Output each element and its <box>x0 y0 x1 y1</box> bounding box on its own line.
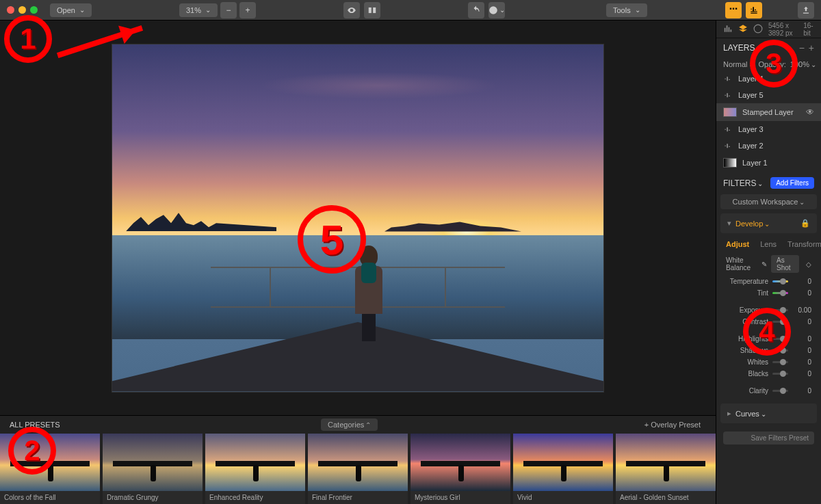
add-filters-button[interactable]: Add Filters <box>770 177 814 189</box>
edit-panel-icon[interactable] <box>746 2 762 18</box>
preset-item[interactable]: Dramatic Grungy <box>103 434 203 504</box>
tools-dropdown[interactable]: Tools <box>606 3 647 17</box>
slider-tint[interactable]: Tint0 <box>716 287 821 299</box>
preview-eye-icon[interactable] <box>343 2 360 18</box>
fullscreen-window-icon[interactable] <box>30 6 38 14</box>
slider-contrast[interactable]: Contrast0 <box>716 316 821 328</box>
layer-item[interactable]: Layer 4 <box>716 70 821 87</box>
overlay-preset-button[interactable]: + Overlay Preset <box>639 419 706 431</box>
white-balance-select[interactable]: As Shot <box>771 255 799 273</box>
slider-track[interactable] <box>772 390 788 392</box>
preset-label: Mysterious Girl <box>410 491 510 504</box>
layer-name: Layer 2 <box>738 142 764 150</box>
blend-mode-select[interactable]: Normal <box>723 60 754 68</box>
filters-header[interactable]: FILTERS Add Filters <box>716 172 821 194</box>
layer-name: Layer 1 <box>742 159 768 167</box>
compare-icon[interactable] <box>364 2 380 18</box>
share-icon[interactable] <box>798 2 814 18</box>
workspace-select[interactable]: Custom Workspace <box>720 194 817 209</box>
presets-panel-icon[interactable] <box>725 2 742 18</box>
layer-item[interactable]: Layer 2 <box>716 137 821 154</box>
slider-whites[interactable]: Whites0 <box>716 356 821 368</box>
adjustment-layer-icon <box>723 92 733 98</box>
visibility-eye-icon[interactable]: 👁 <box>806 107 814 117</box>
add-layer-icon[interactable]: + <box>809 42 814 53</box>
layer-thumbnail-icon <box>723 158 737 168</box>
preset-item[interactable]: Final Frontier <box>308 434 408 504</box>
curves-section[interactable]: ▸ Curves <box>720 403 817 423</box>
slider-track[interactable] <box>772 373 788 375</box>
slider-label: Highlights <box>726 335 768 343</box>
svg-rect-0 <box>369 7 372 12</box>
slider-clarity[interactable]: Clarity0 <box>716 385 821 397</box>
minimize-window-icon[interactable] <box>18 6 26 14</box>
slider-track[interactable] <box>772 321 788 323</box>
categories-dropdown[interactable]: Categories <box>321 419 378 431</box>
slider-value: 0 <box>792 289 811 297</box>
layer-thumbnail-icon <box>723 107 737 117</box>
slider-highlights[interactable]: Highlights0 <box>716 333 821 345</box>
image-dimensions: 5456 x 3892 px <box>768 22 798 37</box>
slider-track[interactable] <box>772 349 788 352</box>
undo-icon[interactable] <box>468 2 484 18</box>
slider-exposure[interactable]: Exposure0.00 <box>716 304 821 316</box>
preset-item[interactable]: Colors of the Fall <box>0 434 100 504</box>
slider-label: Temperature <box>726 278 768 285</box>
main-toolbar: Open 31% − + Tools <box>0 0 821 21</box>
svg-rect-2 <box>730 8 731 9</box>
preset-item[interactable]: Mysterious Girl <box>410 434 510 504</box>
zoom-in-button[interactable]: + <box>239 2 256 18</box>
history-icon[interactable] <box>488 2 505 18</box>
canvas-viewport[interactable] <box>0 21 716 415</box>
slider-value: 0 <box>792 387 811 395</box>
close-window-icon[interactable] <box>7 6 14 14</box>
layer-item[interactable]: Layer 3 <box>716 121 821 137</box>
layer-item[interactable]: Layer 1 <box>716 154 821 172</box>
eyedropper-icon[interactable]: ✎ <box>761 261 767 268</box>
preset-item[interactable]: Enhanced Reality <box>205 434 305 504</box>
layer-item[interactable]: Layer 5 <box>716 87 821 103</box>
slider-label: Contrast <box>726 318 768 326</box>
develop-tab[interactable]: Lens <box>760 240 777 248</box>
slider-value: 0 <box>792 370 811 377</box>
opacity-label: Opacity: <box>758 60 785 68</box>
white-balance-label: White Balance <box>726 256 757 271</box>
preset-item[interactable]: Vivid <box>513 434 613 504</box>
develop-tab[interactable]: Transform <box>787 240 821 248</box>
slider-shadows[interactable]: Shadows0 <box>716 345 821 356</box>
slider-track[interactable] <box>772 292 788 294</box>
preset-item[interactable]: Aerial - Golden Sunset <box>616 434 716 504</box>
slider-track[interactable] <box>772 309 788 311</box>
lock-icon[interactable]: 🔒 <box>800 219 810 228</box>
slider-value: 0 <box>792 318 811 326</box>
zoom-out-button[interactable]: − <box>220 2 237 18</box>
slider-track[interactable] <box>772 338 788 340</box>
preset-label: Enhanced Reality <box>205 491 305 504</box>
info-icon[interactable] <box>753 24 763 35</box>
layers-header[interactable]: LAYERS − + <box>716 38 821 57</box>
image-canvas[interactable] <box>112 44 604 393</box>
zoom-level[interactable]: 31% <box>179 3 218 17</box>
slider-blacks[interactable]: Blacks0 <box>716 368 821 380</box>
slider-temperature[interactable]: Temperature0 <box>716 276 821 287</box>
save-filters-preset-button[interactable]: Save Filters Preset <box>723 432 814 445</box>
histogram-icon[interactable] <box>723 24 733 35</box>
slider-label: Clarity <box>726 387 768 395</box>
layer-item[interactable]: Stamped Layer👁 <box>716 103 821 121</box>
adjustment-layer-icon <box>723 142 733 149</box>
open-button[interactable]: Open <box>50 3 92 17</box>
slider-track[interactable] <box>772 361 788 363</box>
slider-value: 0 <box>792 278 811 285</box>
layers-collapse-icon[interactable]: − <box>799 42 805 53</box>
window-traffic-lights[interactable] <box>7 6 38 14</box>
preset-label: Vivid <box>513 491 613 504</box>
presets-title: ALL PRESETS <box>10 421 60 429</box>
develop-tab[interactable]: Adjust <box>726 240 749 248</box>
opacity-value[interactable]: 100% <box>790 60 816 68</box>
layers-tab-icon[interactable] <box>738 24 748 35</box>
develop-section[interactable]: ▾ Develop 🔒 <box>720 213 817 233</box>
slider-track[interactable] <box>772 280 788 282</box>
slider-value: 0 <box>792 358 811 366</box>
bit-depth: 16-bit <box>803 22 814 37</box>
layer-name: Layer 3 <box>738 125 764 133</box>
